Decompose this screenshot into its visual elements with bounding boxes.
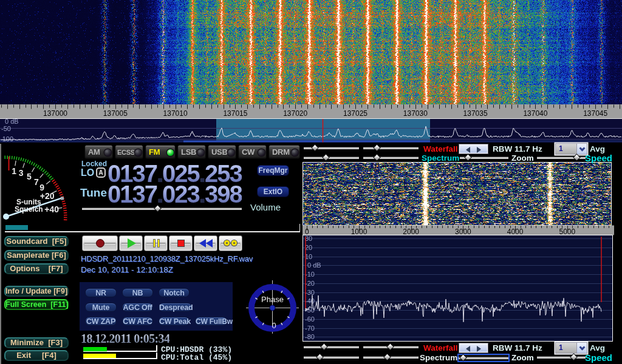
svg-text:+40: +40 [44,204,59,214]
svg-text:3: 3 [19,168,24,178]
svg-text:1: 1 [12,166,16,176]
svg-text:Squelch: Squelch [15,205,43,214]
svg-text:Phase: Phase [261,295,284,304]
svg-text:0: 0 [272,321,276,330]
svg-text:+20: +20 [40,191,55,201]
svg-text:7: 7 [34,177,39,187]
svg-text:5: 5 [27,172,32,181]
